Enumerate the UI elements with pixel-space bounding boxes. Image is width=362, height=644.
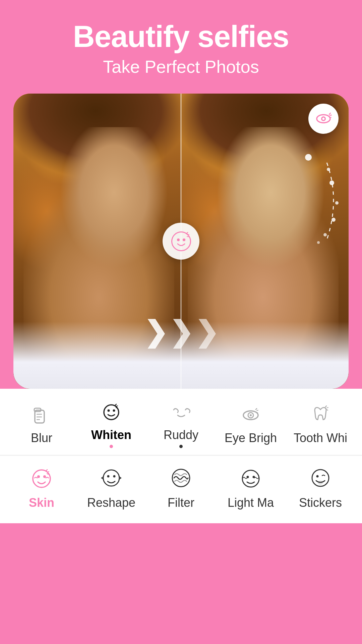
svg-line-27 [116, 406, 118, 406]
beauty-dot-1 [305, 154, 312, 161]
compare-eye-button[interactable] [308, 104, 339, 134]
tool-whiten[interactable]: Whiten [76, 399, 146, 448]
stickers-label: Stickers [299, 496, 342, 510]
whiten-label: Whiten [91, 428, 131, 442]
svg-point-40 [43, 475, 46, 478]
svg-point-48 [242, 470, 259, 487]
tool-ruddy[interactable]: Ruddy [146, 399, 216, 448]
app-title: Beautify selfies [13, 20, 349, 53]
category-reshape[interactable]: Reshape [76, 464, 146, 510]
svg-point-5 [317, 241, 320, 244]
svg-line-26 [115, 404, 116, 405]
ruddy-icon [169, 399, 194, 424]
ruddy-label: Ruddy [164, 428, 198, 442]
svg-point-0 [329, 180, 334, 185]
svg-point-39 [37, 475, 40, 478]
svg-point-46 [113, 475, 115, 477]
header: Beautify selfies Take Perfect Photos [0, 0, 362, 87]
filter-label: Filter [168, 496, 194, 510]
reshape-label: Reshape [87, 496, 135, 510]
tooth-whiten-label: Tooth Whi [294, 431, 347, 445]
face-handle-icon [170, 230, 192, 252]
ruddy-dot [179, 445, 183, 448]
reshape-icon [98, 464, 125, 491]
svg-point-3 [331, 218, 336, 222]
svg-line-33 [257, 410, 258, 411]
svg-point-8 [322, 118, 325, 120]
eye-brighten-label: Eye Brigh [225, 431, 277, 445]
category-filter[interactable]: Filter [146, 464, 216, 510]
blur-icon [29, 402, 54, 427]
svg-line-17 [187, 236, 189, 237]
app-subtitle: Take Perfect Photos [13, 57, 349, 77]
svg-point-52 [316, 475, 318, 477]
photo-comparison: ❯ ❯ ❯ [13, 94, 349, 389]
light-makeup-label: Light Ma [228, 496, 274, 510]
svg-line-35 [325, 406, 326, 407]
arrows-indicator: ❯ ❯ ❯ [144, 315, 219, 348]
svg-point-53 [318, 481, 323, 484]
eye-brighten-icon [238, 402, 263, 427]
svg-point-38 [33, 470, 50, 487]
svg-point-31 [250, 414, 252, 416]
tooth-whiten-icon [308, 402, 333, 427]
whiten-active-dot [110, 445, 113, 448]
category-stickers[interactable]: Stickers [286, 464, 355, 510]
svg-point-23 [104, 405, 119, 420]
beauty-tools-toolbar: Blur Whiten [0, 389, 362, 455]
category-light-makeup[interactable]: Light Ma [216, 464, 286, 510]
tool-tooth-whiten[interactable]: Tooth Whi [286, 402, 355, 445]
stickers-icon [307, 464, 334, 491]
light-makeup-icon [237, 464, 264, 491]
svg-line-11 [329, 117, 331, 117]
photo-split: ❯ ❯ ❯ [13, 94, 349, 389]
svg-point-4 [323, 233, 327, 236]
svg-point-45 [107, 475, 109, 477]
svg-line-41 [46, 470, 47, 471]
svg-point-25 [113, 410, 115, 412]
eye-icon [315, 110, 332, 127]
beauty-detection-arc [266, 153, 340, 247]
svg-line-32 [256, 409, 257, 410]
svg-line-15 [186, 232, 188, 234]
svg-line-42 [48, 472, 49, 472]
svg-point-47 [172, 469, 190, 487]
blur-label: Blur [31, 431, 52, 445]
svg-point-1 [327, 168, 330, 171]
category-toolbar: Skin Reshape Fil [0, 456, 362, 523]
svg-line-9 [329, 113, 330, 114]
svg-point-24 [107, 410, 110, 412]
skin-label: Skin [29, 496, 54, 510]
face-drag-handle[interactable] [163, 223, 199, 260]
svg-line-10 [330, 115, 331, 115]
skin-icon [28, 464, 55, 491]
tool-blur[interactable]: Blur [7, 402, 76, 445]
svg-point-2 [335, 201, 339, 205]
category-skin[interactable]: Skin [7, 464, 76, 510]
svg-point-13 [177, 238, 180, 241]
svg-point-44 [103, 470, 119, 486]
svg-line-16 [187, 234, 189, 235]
svg-line-36 [327, 408, 328, 408]
svg-point-14 [183, 238, 185, 241]
svg-line-37 [326, 410, 328, 410]
tool-eye-brighten[interactable]: Eye Brigh [216, 402, 286, 445]
whiten-icon [99, 399, 124, 424]
filter-icon [168, 464, 194, 491]
